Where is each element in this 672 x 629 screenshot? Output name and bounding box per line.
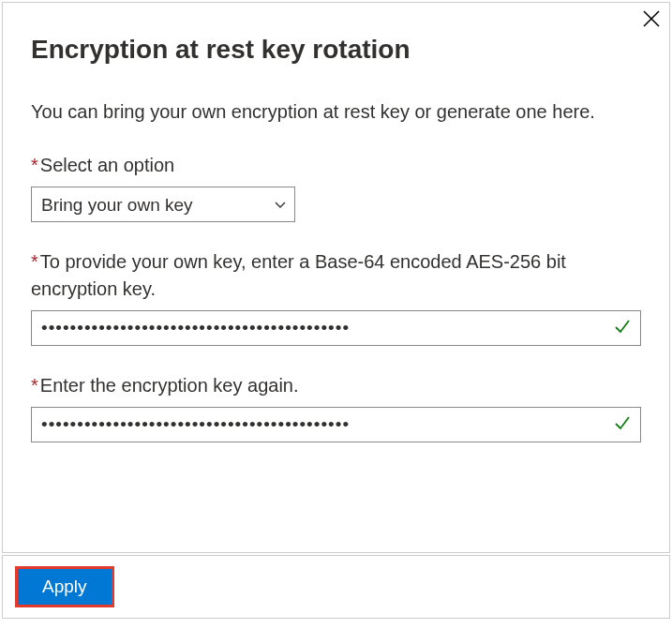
required-asterisk: * xyxy=(31,251,38,272)
encryption-panel: Encryption at rest key rotation You can … xyxy=(2,2,670,553)
option-select[interactable]: Bring your own key xyxy=(31,187,295,222)
key1-input-wrapper xyxy=(31,310,641,346)
panel-description: You can bring your own encryption at res… xyxy=(31,98,641,126)
key2-input[interactable] xyxy=(31,407,641,442)
footer-panel: Apply xyxy=(2,555,670,619)
key1-input[interactable] xyxy=(31,310,641,346)
panel-title: Encryption at rest key rotation xyxy=(31,35,641,65)
key2-field-group: *Enter the encryption key again. xyxy=(31,372,641,442)
key2-input-wrapper xyxy=(31,407,641,442)
option-label: *Select an option xyxy=(31,152,641,179)
key2-label-text: Enter the encryption key again. xyxy=(40,375,299,396)
option-select-wrapper: Bring your own key xyxy=(31,187,295,222)
required-asterisk: * xyxy=(31,155,38,175)
key1-label: *To provide your own key, enter a Base-6… xyxy=(31,248,641,303)
option-field-group: *Select an option Bring your own key xyxy=(31,152,641,222)
option-label-text: Select an option xyxy=(40,155,174,175)
key2-label: *Enter the encryption key again. xyxy=(31,372,641,399)
apply-button[interactable]: Apply xyxy=(18,569,112,605)
key1-label-text: To provide your own key, enter a Base-64… xyxy=(31,251,566,299)
key1-field-group: *To provide your own key, enter a Base-6… xyxy=(31,248,641,346)
required-asterisk: * xyxy=(31,375,38,396)
close-icon[interactable] xyxy=(643,10,660,31)
